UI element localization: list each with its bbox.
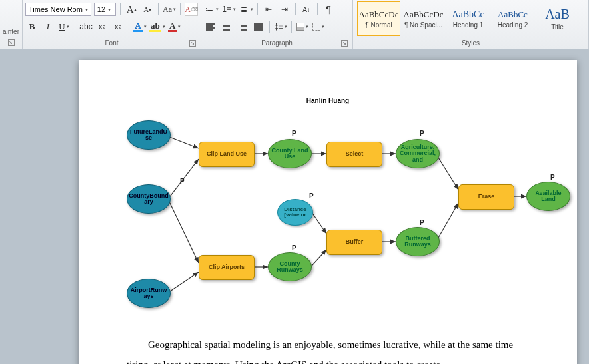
font-size-combo[interactable]: 12▾ (94, 3, 116, 16)
paragraph-group-label: Paragraph ↘ (204, 38, 350, 49)
numbering-button[interactable]: 1≡ (221, 3, 236, 16)
p-label-7: P (550, 174, 555, 181)
node-available-land: AvailableLand (526, 182, 570, 211)
style-normal[interactable]: AaBbCcDc ¶ Normal (357, 1, 400, 36)
p-label-6: P (420, 219, 424, 226)
font-color-button[interactable]: A (168, 20, 181, 33)
styles-group-label: Styles (357, 38, 584, 49)
clear-formatting-button[interactable]: A⌫ (185, 3, 198, 16)
p-label-3: P (420, 130, 424, 137)
styles-group: AaBbCcDc ¶ Normal AaBbCcDc ¶ No Spaci...… (353, 0, 589, 49)
p-label-2: P (292, 130, 296, 137)
align-left-button[interactable] (204, 20, 217, 33)
style-no-spacing[interactable]: AaBbCcDc ¶ No Spaci... (402, 1, 445, 36)
grow-font-button[interactable]: A▴ (125, 3, 138, 16)
model-diagram: FutureLandUse CountyBoundary AirportRunw… (127, 111, 529, 317)
font-size-value: 12 (97, 5, 105, 13)
node-buffered-runways: BufferedRunways (396, 227, 440, 256)
bullets-button[interactable]: ≔ (204, 3, 219, 16)
bold-button[interactable]: B (25, 20, 39, 33)
body-paragraph: Geographical spatial modeling is an enjo… (127, 335, 529, 364)
p-label-5: P (292, 244, 296, 252)
document-workspace: Hanlin Huang (0, 49, 589, 364)
line-spacing-button[interactable]: ‡≡ (274, 20, 287, 33)
node-clip-land-use: Clip Land Use (199, 142, 255, 167)
italic-button[interactable]: I (41, 20, 55, 33)
underline-button[interactable]: U (57, 20, 71, 33)
change-case-button[interactable]: Aa (163, 3, 176, 16)
style-heading-2[interactable]: AaBbCc Heading 2 (491, 1, 534, 36)
justify-button[interactable] (252, 20, 265, 33)
font-name-combo[interactable]: Times New Rom▾ (25, 3, 91, 16)
node-future-land-use: FutureLandUse (127, 120, 171, 150)
borders-button[interactable] (312, 20, 325, 33)
node-agriculture: Agriculture,Commercial,and (396, 139, 440, 168)
node-county-runways: CountyRunways (268, 252, 312, 281)
clipboard-dialog-launcher[interactable]: ↘ (8, 39, 15, 46)
align-right-button[interactable] (236, 20, 249, 33)
node-select: Select (326, 142, 382, 167)
font-name-value: Times New Rom (29, 5, 83, 13)
node-clip-airports: Clip Airports (199, 255, 255, 280)
p-label-4: P (309, 192, 314, 200)
ribbon: ainter ↘ Times New Rom▾ 12▾ A▴ A▾ Aa A⌫ (0, 0, 589, 49)
increase-indent-button[interactable]: ⇥ (278, 3, 291, 16)
highlight-button[interactable]: ab (149, 20, 165, 33)
style-gallery[interactable]: AaBbCcDc ¶ Normal AaBbCcDc ¶ No Spaci...… (357, 1, 584, 36)
decrease-indent-button[interactable]: ⇤ (262, 3, 275, 16)
text-effects-button[interactable]: A (133, 20, 147, 33)
style-heading-1[interactable]: AaBbCc Heading 1 (446, 1, 490, 36)
strikethrough-button[interactable]: abc (79, 20, 93, 33)
node-distance: Distance[value or (277, 199, 313, 226)
page: Hanlin Huang (79, 60, 577, 364)
shading-button[interactable] (296, 20, 309, 33)
node-buffer: Buffer (326, 230, 382, 255)
subscript-button[interactable]: x2 (95, 20, 109, 33)
paragraph-group: ≔ 1≡ ≣ ⇤ ⇥ A↓ ¶ ‡≡ (201, 0, 353, 49)
node-county-boundary: CountyBoundary (127, 184, 171, 214)
node-county-land-use: County LandUse (268, 139, 312, 168)
node-erase: Erase (458, 184, 514, 210)
node-airport-runways: AirportRunways (127, 279, 171, 308)
diagram-title: Hanlin Huang (127, 97, 529, 104)
font-group: Times New Rom▾ 12▾ A▴ A▾ Aa A⌫ B I U abc (23, 0, 201, 49)
sort-button[interactable]: A↓ (300, 3, 313, 16)
style-title[interactable]: AaB Title (536, 1, 579, 36)
superscript-button[interactable]: x2 (111, 20, 125, 33)
font-dialog-launcher[interactable]: ↘ (189, 40, 196, 47)
clipboard-group: ainter ↘ (0, 0, 23, 49)
multilevel-button[interactable]: ≣ (239, 3, 253, 16)
format-painter-label[interactable]: ainter (3, 28, 19, 35)
paragraph-dialog-launcher[interactable]: ↘ (341, 40, 348, 47)
show-marks-button[interactable]: ¶ (322, 3, 335, 16)
font-group-label: Font ↘ (25, 38, 198, 49)
align-center-button[interactable] (220, 20, 233, 33)
shrink-font-button[interactable]: A▾ (141, 3, 154, 16)
p-label-1: P (180, 178, 185, 185)
